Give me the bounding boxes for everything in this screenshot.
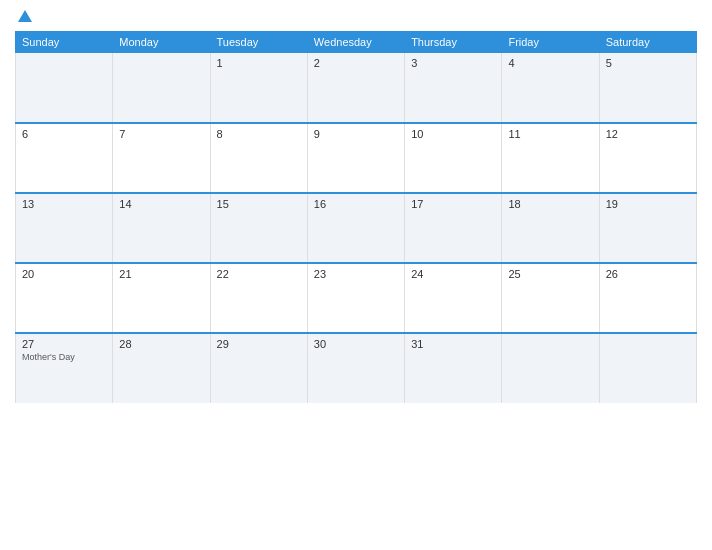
day-number: 20 bbox=[22, 268, 106, 280]
calendar-cell: 19 bbox=[599, 193, 696, 263]
day-number: 3 bbox=[411, 57, 495, 69]
calendar-cell: 30 bbox=[307, 333, 404, 403]
day-number: 1 bbox=[217, 57, 301, 69]
calendar-cell: 21 bbox=[113, 263, 210, 333]
weekday-header-monday: Monday bbox=[113, 32, 210, 53]
header bbox=[15, 10, 697, 23]
calendar-cell bbox=[502, 333, 599, 403]
day-number: 16 bbox=[314, 198, 398, 210]
calendar-cell bbox=[16, 53, 113, 123]
day-number: 13 bbox=[22, 198, 106, 210]
day-number: 2 bbox=[314, 57, 398, 69]
weekday-header-thursday: Thursday bbox=[405, 32, 502, 53]
calendar-cell: 18 bbox=[502, 193, 599, 263]
calendar-cell bbox=[113, 53, 210, 123]
calendar-cell: 7 bbox=[113, 123, 210, 193]
day-number: 9 bbox=[314, 128, 398, 140]
calendar-cell: 31 bbox=[405, 333, 502, 403]
calendar-cell: 27Mother's Day bbox=[16, 333, 113, 403]
calendar-week-row: 27Mother's Day28293031 bbox=[16, 333, 697, 403]
calendar-cell: 11 bbox=[502, 123, 599, 193]
calendar-cell: 3 bbox=[405, 53, 502, 123]
day-number: 23 bbox=[314, 268, 398, 280]
calendar-cell: 17 bbox=[405, 193, 502, 263]
calendar-cell: 1 bbox=[210, 53, 307, 123]
calendar-cell: 5 bbox=[599, 53, 696, 123]
day-number: 17 bbox=[411, 198, 495, 210]
day-number: 22 bbox=[217, 268, 301, 280]
calendar-cell: 26 bbox=[599, 263, 696, 333]
day-number: 15 bbox=[217, 198, 301, 210]
day-number: 14 bbox=[119, 198, 203, 210]
calendar-cell: 29 bbox=[210, 333, 307, 403]
calendar-week-row: 13141516171819 bbox=[16, 193, 697, 263]
day-number: 25 bbox=[508, 268, 592, 280]
day-number: 31 bbox=[411, 338, 495, 350]
calendar-week-row: 6789101112 bbox=[16, 123, 697, 193]
day-number: 19 bbox=[606, 198, 690, 210]
calendar-page: SundayMondayTuesdayWednesdayThursdayFrid… bbox=[0, 0, 712, 550]
weekday-header-tuesday: Tuesday bbox=[210, 32, 307, 53]
calendar-cell: 16 bbox=[307, 193, 404, 263]
calendar-week-row: 12345 bbox=[16, 53, 697, 123]
day-number: 8 bbox=[217, 128, 301, 140]
calendar-cell: 15 bbox=[210, 193, 307, 263]
logo-triangle-icon bbox=[18, 10, 32, 22]
day-number: 5 bbox=[606, 57, 690, 69]
calendar-cell: 10 bbox=[405, 123, 502, 193]
day-number: 18 bbox=[508, 198, 592, 210]
calendar-week-row: 20212223242526 bbox=[16, 263, 697, 333]
day-number: 26 bbox=[606, 268, 690, 280]
day-number: 24 bbox=[411, 268, 495, 280]
day-number: 12 bbox=[606, 128, 690, 140]
calendar-cell: 4 bbox=[502, 53, 599, 123]
calendar-cell: 13 bbox=[16, 193, 113, 263]
calendar-cell: 2 bbox=[307, 53, 404, 123]
logo bbox=[15, 10, 34, 23]
calendar-cell: 9 bbox=[307, 123, 404, 193]
weekday-header-wednesday: Wednesday bbox=[307, 32, 404, 53]
calendar-cell: 8 bbox=[210, 123, 307, 193]
calendar-cell: 22 bbox=[210, 263, 307, 333]
calendar-cell: 12 bbox=[599, 123, 696, 193]
calendar-cell: 20 bbox=[16, 263, 113, 333]
day-number: 21 bbox=[119, 268, 203, 280]
day-number: 30 bbox=[314, 338, 398, 350]
calendar-cell: 25 bbox=[502, 263, 599, 333]
weekday-header-friday: Friday bbox=[502, 32, 599, 53]
weekday-header-saturday: Saturday bbox=[599, 32, 696, 53]
calendar-cell: 23 bbox=[307, 263, 404, 333]
calendar-cell: 14 bbox=[113, 193, 210, 263]
day-number: 28 bbox=[119, 338, 203, 350]
calendar-cell: 24 bbox=[405, 263, 502, 333]
calendar-cell: 28 bbox=[113, 333, 210, 403]
day-number: 4 bbox=[508, 57, 592, 69]
calendar-cell: 6 bbox=[16, 123, 113, 193]
day-number: 7 bbox=[119, 128, 203, 140]
calendar-cell bbox=[599, 333, 696, 403]
weekday-header-row: SundayMondayTuesdayWednesdayThursdayFrid… bbox=[16, 32, 697, 53]
weekday-header-sunday: Sunday bbox=[16, 32, 113, 53]
day-event: Mother's Day bbox=[22, 352, 106, 362]
day-number: 29 bbox=[217, 338, 301, 350]
day-number: 27 bbox=[22, 338, 106, 350]
day-number: 6 bbox=[22, 128, 106, 140]
calendar-table: SundayMondayTuesdayWednesdayThursdayFrid… bbox=[15, 31, 697, 403]
day-number: 10 bbox=[411, 128, 495, 140]
day-number: 11 bbox=[508, 128, 592, 140]
